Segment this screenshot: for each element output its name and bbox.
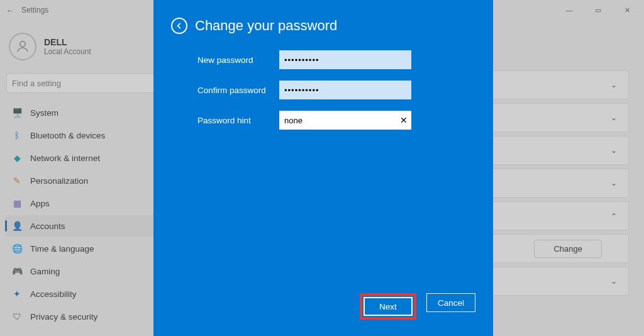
- change-password-dialog: Change your password New password Confir…: [153, 0, 493, 336]
- dialog-back-button[interactable]: [171, 18, 187, 34]
- next-button[interactable]: Next: [364, 297, 413, 316]
- cancel-button[interactable]: Cancel: [426, 293, 475, 312]
- password-hint-label: Password hint: [197, 116, 279, 125]
- clear-hint-icon[interactable]: ✕: [400, 111, 408, 130]
- dialog-title: Change your password: [195, 18, 337, 34]
- confirm-password-label: Confirm password: [197, 86, 279, 95]
- next-button-highlight: Next: [360, 293, 416, 320]
- new-password-label: New password: [197, 55, 279, 65]
- new-password-input[interactable]: [279, 50, 411, 69]
- confirm-password-input[interactable]: [279, 81, 411, 99]
- settings-window: ← Settings — ▭ ✕ DELL Local Account: [0, 0, 644, 336]
- password-hint-input[interactable]: [279, 111, 411, 130]
